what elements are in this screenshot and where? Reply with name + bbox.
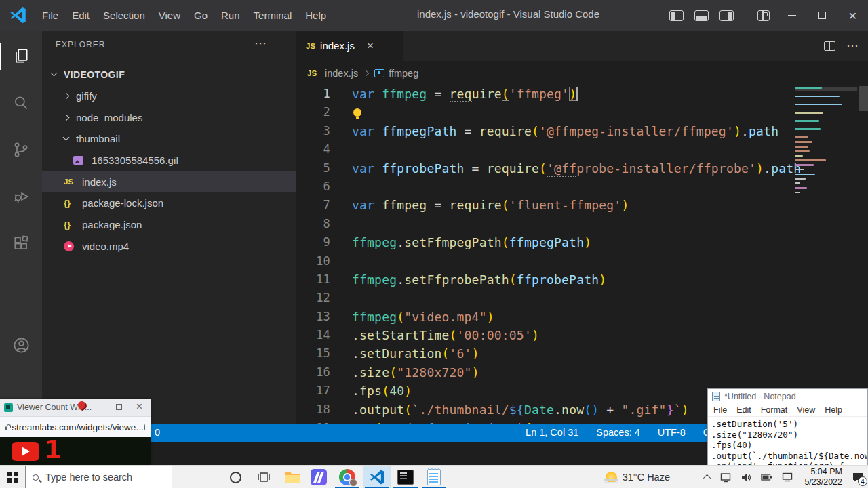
split-editor-icon[interactable] xyxy=(824,41,835,51)
status-item[interactable]: Ln 1, Col 31 xyxy=(526,427,578,438)
menu-help[interactable]: Help xyxy=(298,9,333,21)
m-app-button[interactable] xyxy=(305,466,332,488)
accounts-icon[interactable] xyxy=(0,327,42,363)
explorer-item-package-lock-json[interactable]: {}package-lock.json xyxy=(42,192,296,214)
explorer-item-video-mp4[interactable]: video.mp4 xyxy=(42,236,296,258)
menu-go[interactable]: Go xyxy=(187,9,214,21)
notepad-menu-format[interactable]: Format xyxy=(761,405,788,415)
breadcrumb-symbol[interactable]: ffmpeg xyxy=(389,68,418,79)
chrome-button[interactable] xyxy=(334,466,361,488)
explorer-item-gifify[interactable]: gifify xyxy=(42,85,296,107)
notepad-menu-help[interactable]: Help xyxy=(825,405,842,415)
explorer-more-icon[interactable]: ⋯ xyxy=(254,36,268,51)
code-line-14[interactable]: 14.setStartTime('00:00:05') xyxy=(296,326,793,344)
code-line-1[interactable]: 1var ffmpeg = require('ffmpeg') xyxy=(296,85,793,103)
code-line-3[interactable]: 3var ffmpegPath = require('@ffmpeg-insta… xyxy=(296,122,793,140)
explorer-item-1653305584556-gif[interactable]: 1653305584556.gif xyxy=(42,150,296,171)
window-title: index.js - videotogif - Visual Studio Co… xyxy=(417,8,599,20)
network-icon[interactable] xyxy=(782,472,793,482)
code-line-12[interactable]: 12 xyxy=(296,289,793,307)
restore-button[interactable] xyxy=(807,0,837,30)
explorer-icon[interactable] xyxy=(0,39,42,74)
menu-run[interactable]: Run xyxy=(214,9,247,21)
code-line-7[interactable]: 7var ffmpeg = require('fluent-ffmpeg') xyxy=(296,196,793,214)
code-editor[interactable]: 1var ffmpeg = require('ffmpeg')23var ffm… xyxy=(296,85,868,424)
widget-maximize-icon[interactable] xyxy=(116,404,122,410)
widget-title-bar[interactable]: Viewer Count Wid... × xyxy=(0,399,151,416)
toggle-secondary-sidebar-icon[interactable] xyxy=(719,10,734,21)
explorer-item-package-json[interactable]: {}package.json xyxy=(42,214,296,236)
notepad-button[interactable] xyxy=(420,466,448,488)
code-line-13[interactable]: 13ffmpeg("video.mp4") xyxy=(296,308,793,326)
hidden-icons-chevron[interactable] xyxy=(705,474,711,480)
js-file-icon: JS xyxy=(64,178,77,186)
taskbar-search[interactable]: Type here to search xyxy=(25,466,172,488)
tab-close-icon[interactable]: × xyxy=(367,39,374,53)
task-view-button[interactable] xyxy=(250,466,277,488)
viewer-count-widget-window: Viewer Count Wid... × streamlabs.com/wid… xyxy=(0,399,151,465)
explorer-item-thumbnail[interactable]: thumbnail xyxy=(42,128,296,150)
source-control-icon[interactable] xyxy=(0,132,42,167)
search-icon[interactable] xyxy=(0,85,42,121)
notepad-text-area[interactable]: .setDuration('5').size("868x488").fps(4… xyxy=(708,417,867,472)
menu-selection[interactable]: Selection xyxy=(96,9,152,21)
minimap[interactable] xyxy=(795,86,857,195)
menu-edit[interactable]: Edit xyxy=(65,9,96,21)
widget-address-bar[interactable]: streamlabs.com/widgets/viewe... xyxy=(0,416,151,437)
cortana-button[interactable] xyxy=(222,466,249,488)
notepad-menu-edit[interactable]: Edit xyxy=(736,405,751,415)
notification-center-icon[interactable]: 4 xyxy=(848,466,868,488)
code-line-4[interactable]: 4 xyxy=(296,140,793,159)
minimize-button[interactable] xyxy=(776,0,807,30)
widget-close-icon[interactable]: × xyxy=(136,401,142,413)
run-and-debug-icon[interactable] xyxy=(0,179,42,214)
customize-layout-icon[interactable] xyxy=(757,10,770,21)
menu-bar: FileEditSelectionViewGoRunTerminalHelp xyxy=(35,0,333,30)
notepad-menu-view[interactable]: View xyxy=(797,405,815,415)
notepad-window: *Untitled - Notepad FileEditFormatViewHe… xyxy=(707,388,868,468)
weather-widget[interactable]: 31°C Haze xyxy=(606,466,670,488)
breadcrumb: JS index.js ffmpeg xyxy=(296,61,868,85)
explorer-item-videotogif[interactable]: VIDEOTOGIF xyxy=(42,64,296,85)
magnifier-icon[interactable] xyxy=(144,424,145,430)
code-line-8[interactable]: 8 xyxy=(296,215,793,233)
volume-icon[interactable] xyxy=(741,472,751,483)
terminal-button[interactable] xyxy=(392,466,419,488)
code-line-2[interactable]: 2 xyxy=(296,103,793,121)
lightbulb-icon[interactable] xyxy=(353,108,361,117)
vscode-button[interactable] xyxy=(363,466,391,488)
editor-more-icon[interactable]: ⋯ xyxy=(846,39,860,54)
code-line-15[interactable]: 15.setDuration('6') xyxy=(296,344,793,363)
file-explorer-button[interactable] xyxy=(279,466,306,488)
notepad-menu-file[interactable]: File xyxy=(713,405,727,415)
clock[interactable]: 5:04 PM 5/23/2022 xyxy=(804,467,842,487)
status-item[interactable]: Spaces: 4 xyxy=(596,427,640,438)
code-line-6[interactable]: 6 xyxy=(296,178,793,196)
menu-terminal[interactable]: Terminal xyxy=(247,9,299,21)
close-button[interactable]: × xyxy=(837,0,868,30)
code-line-5[interactable]: 5var ffprobePath = require('@ffprobe-ins… xyxy=(296,159,793,178)
menu-file[interactable]: File xyxy=(35,9,65,21)
menu-view[interactable]: View xyxy=(152,9,187,21)
explorer-sidebar: EXPLORER ⋯ VIDEOTOGIFgififynode_modulest… xyxy=(42,30,296,442)
extensions-icon[interactable] xyxy=(0,226,42,261)
code-line-16[interactable]: 16.size("868x488") xyxy=(296,363,793,382)
explorer-item-index-js[interactable]: JSindex.js xyxy=(42,171,296,192)
line-number: 2 xyxy=(296,103,330,121)
status-item[interactable]: UTF-8 xyxy=(658,427,686,438)
code-line-9[interactable]: 9ffmpeg.setFfmpegPath(ffmpegPath) xyxy=(296,233,793,251)
problems-count[interactable]: 0 xyxy=(155,427,160,438)
explorer-item-node-modules[interactable]: node_modules xyxy=(42,106,296,128)
code-line-11[interactable]: 11ffmpeg.setFfprobePath(ffprobePath) xyxy=(296,270,793,289)
start-button[interactable] xyxy=(7,472,18,483)
code-line-10[interactable]: 10 xyxy=(296,252,793,270)
cast-icon[interactable] xyxy=(720,472,731,483)
battery-icon[interactable] xyxy=(761,473,772,481)
widget-url[interactable]: streamlabs.com/widgets/viewe... xyxy=(12,422,143,432)
editor-scrollbar[interactable] xyxy=(859,86,868,111)
breadcrumb-file[interactable]: index.js xyxy=(325,68,358,79)
notepad-title-bar[interactable]: *Untitled - Notepad xyxy=(708,389,867,404)
toggle-panel-icon[interactable] xyxy=(694,10,709,21)
toggle-sidebar-icon[interactable] xyxy=(669,10,684,21)
tab-indexjs[interactable]: JS index.js × xyxy=(296,30,403,61)
